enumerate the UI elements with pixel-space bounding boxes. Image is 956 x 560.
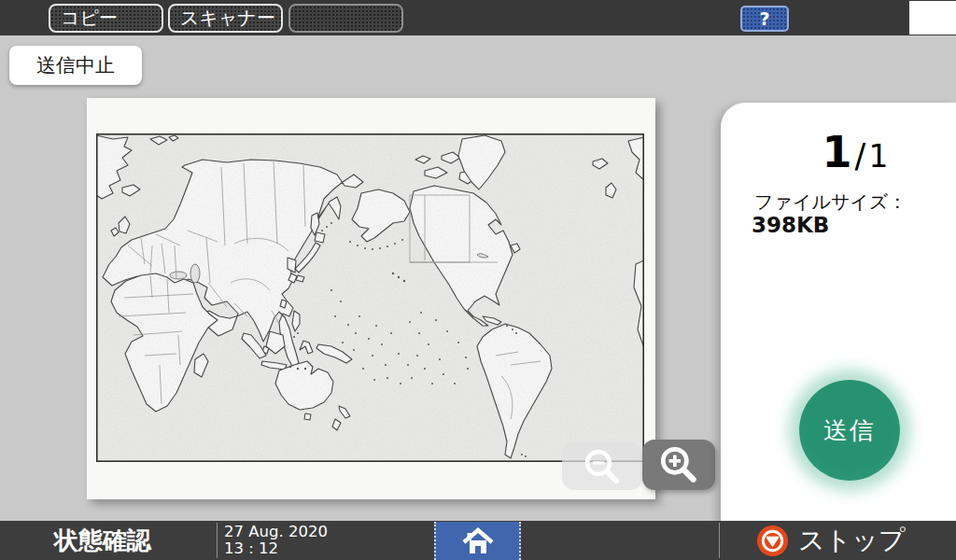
time-text: 13 : 12 [224,540,328,557]
page-current: 1 [822,131,852,174]
status-check-button[interactable]: 状態確認 [54,521,151,560]
cancel-send-button[interactable]: 送信中止 [9,46,142,85]
magnifier-plus-icon [657,443,700,486]
tab-scanner[interactable]: スキャナー [168,4,283,33]
zoom-in-button[interactable] [642,440,715,490]
tab-empty[interactable] [288,4,403,33]
date-text: 27 Aug. 2020 [224,524,328,540]
stop-button[interactable]: ストップ [756,521,906,560]
send-status-panel: 1 / 1 ファイルサイズ： 398KB 送信 [721,103,956,521]
scanner-send-screen: コピー スキャナー ? 送信中止 [0,0,956,560]
house-icon [461,526,495,556]
world-map-preview [96,133,644,462]
question-mark-icon: ? [759,8,769,29]
scan-preview-page [87,98,655,499]
zoom-out-button[interactable] [562,442,642,490]
stop-sign-icon [756,525,789,557]
bar-divider [217,523,218,558]
theme-toggle-button[interactable] [909,1,956,35]
crescent-moon-icon [917,2,949,34]
page-total: 1 [868,141,888,172]
file-size-value: 398KB [752,213,829,237]
page-separator: / [852,140,869,173]
bottom-bar: 状態確認 27 Aug. 2020 13 : 12 ストップ [0,521,956,560]
home-button[interactable] [434,522,521,560]
send-button[interactable]: 送信 [799,380,900,481]
file-size-label: ファイルサイズ： [754,189,907,215]
stop-button-label: ストップ [798,523,906,558]
top-bar: コピー スキャナー ? [0,0,956,35]
datetime-display: 27 Aug. 2020 13 : 12 [224,524,328,557]
page-counter: 1 / 1 [738,131,956,174]
magnifier-minus-icon [582,446,623,487]
help-button[interactable]: ? [740,6,789,32]
bar-divider [719,523,720,558]
tab-copy[interactable]: コピー [49,4,163,33]
